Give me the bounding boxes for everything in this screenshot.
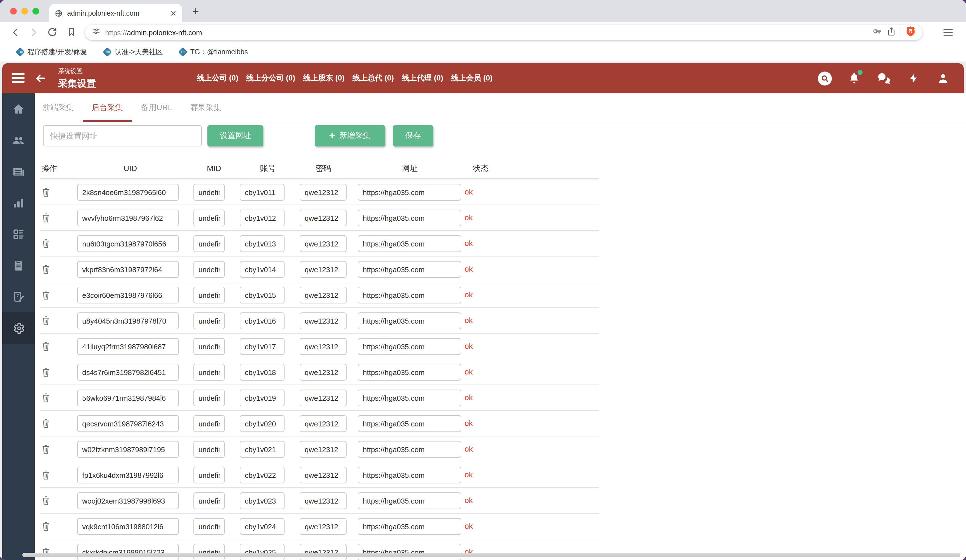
uid-input[interactable] (77, 287, 179, 304)
browser-menu-icon[interactable] (943, 27, 954, 40)
uid-input[interactable] (77, 312, 179, 329)
header-nav-item[interactable]: 线上分公司 (0) (246, 73, 296, 83)
password-key-icon[interactable] (872, 26, 882, 39)
account-input[interactable] (240, 415, 284, 432)
sidebar-item-home[interactable] (2, 94, 34, 125)
password-input[interactable] (300, 518, 347, 535)
password-input[interactable] (300, 312, 347, 329)
sidebar-item-users[interactable] (2, 125, 34, 156)
mid-input[interactable] (194, 184, 225, 200)
password-input[interactable] (300, 235, 347, 252)
sidebar-item-records[interactable] (2, 281, 34, 312)
mid-input[interactable] (194, 338, 225, 355)
delete-row-icon[interactable] (41, 289, 50, 303)
mid-input[interactable] (194, 518, 225, 535)
url-input[interactable] (358, 389, 461, 406)
set-url-button[interactable]: 设置网址 (207, 125, 263, 146)
bookmark-item[interactable]: Tm 程序搭建/开发/修复 (17, 47, 87, 57)
password-input[interactable] (300, 287, 347, 304)
url-input[interactable] (358, 544, 461, 560)
delete-row-icon[interactable] (41, 238, 50, 251)
password-input[interactable] (300, 467, 347, 483)
sidebar-item-menu-list[interactable] (2, 218, 34, 250)
url-input[interactable] (358, 364, 461, 381)
reload-icon[interactable] (47, 27, 58, 40)
header-nav-item[interactable]: 线上公司 (0) (197, 73, 238, 83)
window-controls[interactable] (10, 8, 39, 15)
mid-input[interactable] (194, 415, 225, 432)
sidebar-item-clipboard[interactable] (2, 250, 34, 281)
uid-input[interactable] (77, 364, 179, 381)
url-input[interactable] (358, 210, 461, 227)
url-input[interactable] (358, 441, 461, 458)
mid-input[interactable] (194, 261, 225, 278)
user-profile-icon[interactable] (936, 71, 950, 85)
url-input[interactable] (358, 184, 461, 200)
browser-tab[interactable]: admin.poloniex-nft.com ✕ (49, 4, 182, 22)
url-input[interactable] (358, 518, 461, 535)
add-collection-button[interactable]: +新增采集 (315, 125, 385, 146)
account-input[interactable] (240, 261, 284, 278)
bookmark-item[interactable]: Tm 认准->天美社区 (104, 47, 163, 57)
tab-close-icon[interactable]: ✕ (170, 9, 177, 18)
mid-input[interactable] (194, 210, 225, 227)
collection-tab[interactable]: 后台采集 (92, 94, 123, 122)
close-window-button[interactable] (10, 8, 17, 15)
sidebar-item-news[interactable] (2, 156, 34, 187)
delete-row-icon[interactable] (41, 341, 50, 354)
account-input[interactable] (240, 338, 284, 355)
activity-bolt-icon[interactable] (906, 71, 921, 85)
password-input[interactable] (300, 184, 347, 200)
sidebar-item-settings[interactable] (2, 312, 34, 344)
delete-row-icon[interactable] (41, 367, 50, 380)
url-input[interactable] (358, 312, 461, 329)
password-input[interactable] (300, 415, 347, 432)
menu-toggle-icon[interactable] (12, 73, 25, 83)
new-tab-button[interactable]: + (192, 5, 199, 18)
collection-tab[interactable]: 备用URL (141, 94, 172, 122)
delete-row-icon[interactable] (41, 392, 50, 406)
delete-row-icon[interactable] (41, 264, 50, 277)
uid-input[interactable] (77, 493, 179, 509)
delete-row-icon[interactable] (41, 418, 50, 432)
zoom-window-button[interactable] (33, 8, 39, 15)
account-input[interactable] (240, 287, 284, 304)
uid-input[interactable] (77, 467, 179, 483)
share-icon[interactable] (887, 26, 896, 38)
account-input[interactable] (240, 544, 284, 560)
uid-input[interactable] (77, 338, 179, 355)
account-input[interactable] (240, 389, 284, 406)
url-input[interactable] (358, 338, 461, 355)
account-input[interactable] (240, 518, 284, 535)
uid-input[interactable] (77, 389, 179, 406)
account-input[interactable] (240, 493, 284, 509)
minimize-window-button[interactable] (21, 8, 28, 15)
password-input[interactable] (300, 338, 347, 355)
account-input[interactable] (240, 235, 284, 252)
password-input[interactable] (300, 261, 347, 278)
account-input[interactable] (240, 312, 284, 329)
account-input[interactable] (240, 184, 284, 200)
collection-tab[interactable]: 赛果采集 (190, 94, 222, 122)
url-input[interactable] (358, 235, 461, 252)
mid-input[interactable] (194, 493, 225, 509)
header-nav-item[interactable]: 线上总代 (0) (352, 73, 394, 83)
password-input[interactable] (300, 493, 347, 509)
bookmark-item[interactable]: Tm TG：@tianmeibbs (180, 47, 248, 57)
account-input[interactable] (240, 364, 284, 381)
uid-input[interactable] (77, 518, 179, 535)
forward-icon[interactable] (28, 27, 39, 40)
quick-url-input[interactable] (43, 125, 202, 146)
collection-tab[interactable]: 前端采集 (43, 94, 74, 122)
back-icon[interactable] (10, 27, 21, 40)
brave-shield-icon[interactable] (905, 26, 916, 39)
password-input[interactable] (300, 544, 347, 560)
back-arrow-icon[interactable] (34, 72, 47, 87)
horizontal-scrollbar[interactable] (22, 553, 960, 557)
mid-input[interactable] (194, 364, 225, 381)
uid-input[interactable] (77, 235, 179, 252)
mid-input[interactable] (194, 312, 225, 329)
notifications-bell-icon[interactable] (847, 71, 861, 85)
account-input[interactable] (240, 467, 284, 483)
delete-row-icon[interactable] (41, 470, 50, 483)
